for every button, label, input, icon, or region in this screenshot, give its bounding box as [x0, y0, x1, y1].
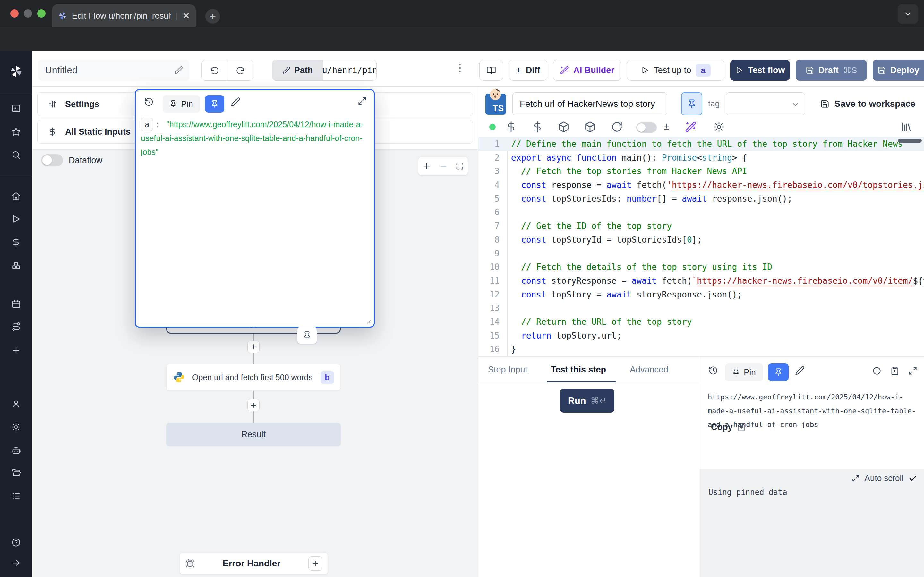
resources-icon[interactable] [11, 261, 21, 270]
code-line[interactable]: 13 [478, 301, 924, 315]
tab-search-button[interactable] [898, 4, 918, 24]
node-a-pin-badge[interactable] [297, 327, 317, 344]
window-zoom-button[interactable] [37, 9, 45, 18]
variables-icon[interactable] [11, 237, 21, 247]
step-summary-input[interactable]: Fetch url of HackerNews top story [512, 92, 667, 115]
more-options-kebab-icon[interactable]: ⋮ [455, 61, 465, 74]
package-icon[interactable] [558, 121, 569, 133]
docs-button[interactable] [479, 60, 503, 81]
code-line[interactable]: 6 [478, 205, 924, 219]
window-close-button[interactable] [10, 9, 19, 18]
code-line[interactable]: 16} [478, 342, 924, 356]
insert-step-button[interactable] [247, 341, 260, 353]
editor-toggle[interactable] [636, 122, 657, 133]
code-line[interactable]: 15 return topStory.url; [478, 329, 924, 343]
code-line[interactable]: 14 // Return the URL of the top story [478, 315, 924, 329]
zoom-out-icon[interactable] [439, 161, 448, 171]
search-icon[interactable] [11, 150, 21, 160]
result-node[interactable]: Result [166, 423, 341, 446]
code-line[interactable]: 4 const response = await fetch('https://… [478, 178, 924, 192]
test-up-to-button[interactable]: Test up to a [627, 60, 724, 81]
window-minimize-button[interactable] [24, 9, 32, 18]
schedules-icon[interactable] [11, 299, 21, 309]
flow-name-field[interactable]: Untitled [39, 60, 189, 81]
ai-builder-button[interactable]: AI Builder [553, 60, 621, 81]
code-line[interactable]: 3 // Fetch the top stories from Hacker N… [478, 164, 924, 178]
result-pin-active-button[interactable] [768, 363, 788, 381]
workspace-icon[interactable] [11, 103, 21, 113]
auto-scroll-control[interactable]: Auto scroll [852, 473, 917, 483]
diff-plusminus-icon[interactable]: ± [664, 121, 670, 132]
variables-dollar-icon[interactable] [505, 121, 517, 133]
home-icon[interactable] [11, 191, 21, 201]
history-icon[interactable] [708, 366, 718, 376]
code-line[interactable]: 5 const topStoriesIds: number[] = await … [478, 192, 924, 206]
copy-button[interactable]: Copy [711, 422, 746, 432]
diff-button[interactable]: ± Diff [509, 60, 548, 81]
step-pin-button[interactable] [681, 92, 702, 115]
help-icon[interactable] [11, 538, 21, 547]
draft-button[interactable]: Draft ⌘S [796, 60, 867, 81]
tab-advanced[interactable]: Advanced [630, 357, 668, 382]
code-line[interactable]: 7 // Get the ID of the top story [478, 219, 924, 233]
editor-settings-gear-icon[interactable] [713, 121, 725, 133]
runs-icon[interactable] [11, 214, 21, 224]
save-to-workspace-button[interactable]: Save to workspace [821, 92, 915, 115]
deploy-button[interactable]: Deploy [873, 60, 924, 81]
pin-toggle-button[interactable]: Pin [163, 95, 200, 113]
node-b[interactable]: Open url and fetch first 500 words of ..… [166, 364, 341, 391]
edit-pencil-icon[interactable] [231, 97, 240, 107]
code-editor[interactable]: 1// Define the main function to fetch th… [478, 137, 924, 356]
info-icon[interactable] [872, 366, 881, 376]
resize-handle-icon[interactable] [364, 317, 371, 324]
insert-step-button[interactable] [247, 399, 260, 411]
windmill-logo[interactable] [9, 64, 23, 79]
code-line[interactable]: 10 // Fetch the details of the top story… [478, 260, 924, 274]
error-handler-node[interactable]: Error Handler [180, 552, 328, 575]
pin-active-button[interactable] [205, 95, 224, 113]
expand-logs-icon[interactable] [852, 474, 859, 482]
code-line[interactable]: 11 const storyResponse = await fetch(`ht… [478, 274, 924, 288]
add-icon[interactable] [11, 346, 21, 355]
add-error-handler-button[interactable] [309, 556, 322, 571]
code-line[interactable]: 12 const topStory = await storyResponse.… [478, 288, 924, 301]
tab-step-input[interactable]: Step Input [488, 357, 527, 382]
code-line[interactable]: 9 [478, 247, 924, 261]
favorites-star-icon[interactable] [11, 127, 21, 137]
resources-dollar-icon[interactable] [531, 121, 543, 133]
browser-tab[interactable]: Edit Flow u/henri/pin_results | ✕ [52, 5, 196, 27]
collapse-sidebar-icon[interactable] [11, 558, 21, 568]
zoom-in-icon[interactable] [422, 161, 431, 171]
ai-agents-robot-icon[interactable] [11, 446, 21, 455]
library-icon[interactable] [901, 121, 912, 133]
audit-logs-icon[interactable] [11, 491, 21, 501]
result-pin-toggle-button[interactable]: Pin [725, 363, 763, 381]
editor-scrollbar[interactable] [898, 139, 922, 143]
redo-button[interactable] [228, 60, 253, 81]
clipboard-icon[interactable] [890, 366, 899, 376]
edit-pinned-pencil-icon[interactable] [795, 366, 804, 376]
new-tab-button[interactable]: + [205, 9, 220, 24]
run-button[interactable]: Run ⌘↵ [560, 389, 614, 413]
undo-button[interactable] [202, 60, 228, 81]
edit-name-pencil-icon[interactable] [174, 66, 183, 74]
path-button[interactable]: Path u/henri/pin [272, 60, 376, 81]
tab-test-this-step[interactable]: Test this step [551, 357, 606, 382]
fullscreen-expand-icon[interactable] [908, 366, 917, 376]
history-icon[interactable] [144, 97, 153, 107]
refresh-icon[interactable] [611, 121, 623, 133]
ai-wand-icon[interactable] [685, 121, 696, 133]
pinned-value-text[interactable]: "https://www.geoffreylitt.com/2025/04/12… [141, 118, 367, 159]
code-line[interactable]: 1// Define the main function to fetch th… [478, 137, 924, 151]
test-flow-button[interactable]: Test flow [730, 60, 790, 81]
fit-view-icon[interactable] [455, 161, 464, 171]
settings-gear-icon[interactable] [11, 422, 21, 432]
tag-select[interactable] [726, 92, 805, 115]
package-icon[interactable] [584, 121, 596, 133]
routes-icon[interactable] [11, 322, 21, 332]
folders-icon[interactable] [11, 468, 21, 478]
expand-popup-icon[interactable] [358, 97, 367, 105]
users-icon[interactable] [11, 399, 21, 409]
tab-close-icon[interactable]: ✕ [183, 11, 190, 21]
code-line[interactable]: 8 const topStoryId = topStoriesIds[0]; [478, 233, 924, 247]
